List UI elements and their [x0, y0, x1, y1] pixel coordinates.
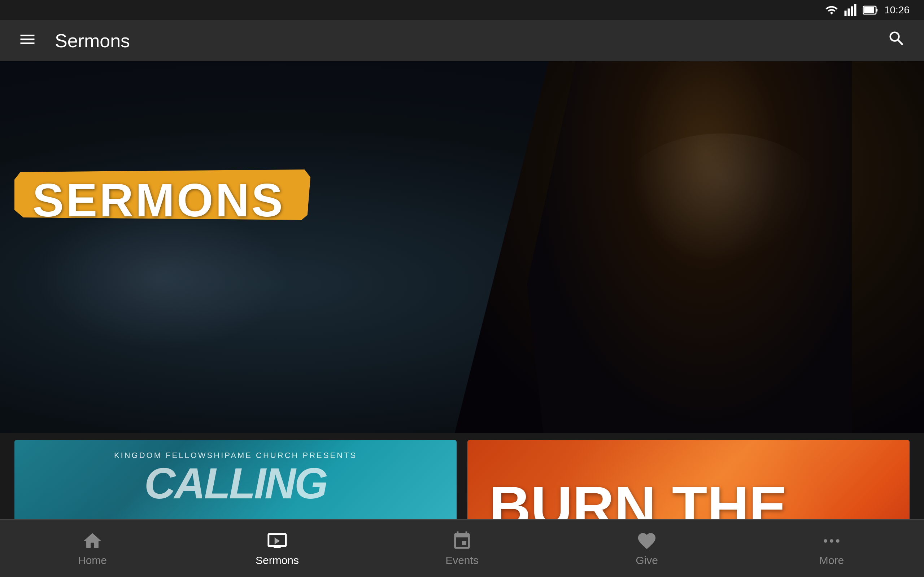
more-icon — [821, 530, 842, 551]
svg-rect-1 — [848, 8, 850, 16]
hero-title: SERMONS — [22, 177, 303, 224]
bottom-navigation: Home Sermons Events Give More — [0, 519, 924, 577]
nav-label-more: More — [819, 554, 844, 567]
nav-label-events: Events — [446, 554, 478, 567]
cards-section: KINGDOM FELLOWSHIPAME CHURCH PRESENTS CA… — [0, 433, 924, 519]
app-bar: Sermons — [0, 20, 924, 61]
card-calling-title: CALLING — [144, 464, 327, 503]
home-icon — [82, 530, 103, 551]
sermons-banner: SERMONS — [22, 177, 303, 224]
battery-icon — [863, 3, 879, 16]
nav-item-sermons[interactable]: Sermons — [185, 520, 370, 577]
nav-label-sermons: Sermons — [255, 554, 299, 567]
svg-point-8 — [830, 539, 834, 543]
search-button[interactable] — [884, 26, 909, 56]
nav-item-home[interactable]: Home — [0, 520, 185, 577]
nav-label-home: Home — [78, 554, 107, 567]
svg-rect-0 — [844, 10, 846, 16]
svg-rect-6 — [864, 7, 874, 13]
give-heart-icon — [636, 530, 657, 551]
hero-section: SERMONS — [0, 61, 924, 433]
nav-item-give[interactable]: Give — [554, 520, 739, 577]
wifi-icon — [825, 3, 838, 16]
sermons-tv-icon — [267, 530, 288, 551]
nav-item-more[interactable]: More — [739, 520, 924, 577]
events-icon — [452, 530, 472, 551]
menu-button[interactable] — [15, 26, 40, 55]
nav-label-give: Give — [636, 554, 658, 567]
stage-glow — [36, 206, 289, 350]
svg-rect-2 — [851, 6, 853, 16]
svg-point-9 — [836, 539, 840, 543]
svg-rect-5 — [876, 8, 877, 11]
time-display: 10:26 — [884, 4, 909, 16]
page-title: Sermons — [55, 30, 884, 52]
svg-rect-3 — [854, 4, 856, 16]
svg-point-7 — [824, 539, 827, 543]
status-icons — [825, 3, 879, 16]
signal-icon — [844, 3, 857, 16]
nav-item-events[interactable]: Events — [370, 520, 554, 577]
status-bar: 10:26 — [0, 0, 924, 20]
